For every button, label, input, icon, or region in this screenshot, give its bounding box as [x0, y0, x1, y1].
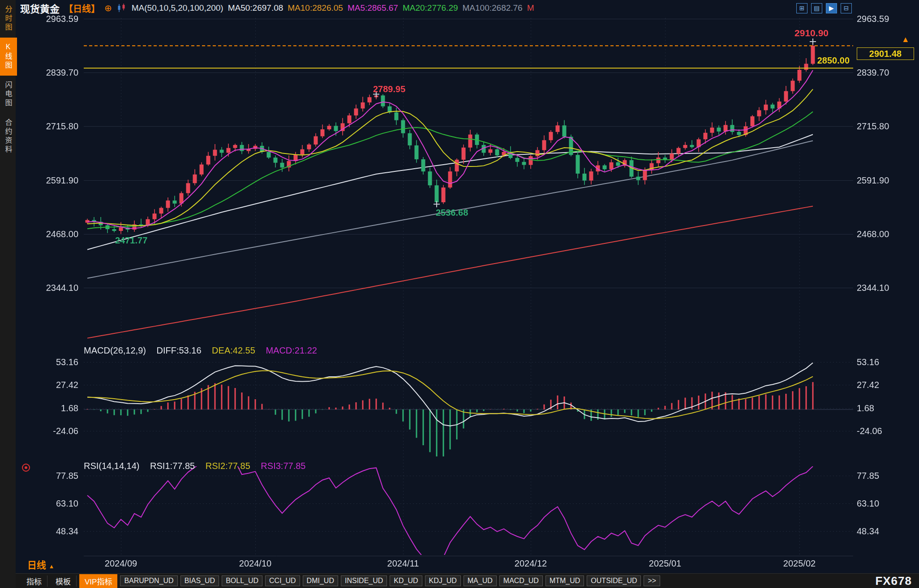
indicator-tab-dmi[interactable]: DMI_UD [303, 575, 338, 586]
layout-icons: ⊞ ▤ ▶ ⊟ [796, 3, 852, 13]
x-axis-month: 2024/11 [381, 558, 425, 569]
annotation-hline-price: 2850.00 [800, 55, 850, 66]
brand-watermark: FX678 [875, 574, 912, 588]
main-y-tick: 2839.70 [857, 68, 918, 77]
indicator-tab-mtm[interactable]: MTM_UD [545, 575, 584, 586]
chevron-up-icon: ▲ [49, 563, 55, 570]
ma100-value: MA100:2682.76 [463, 3, 523, 13]
more-tabs-button[interactable]: >> [644, 575, 660, 586]
symbol-title: 现货黄金 [20, 1, 60, 15]
macd-name: MACD(26,12,9) [84, 345, 146, 355]
macd-hist-value: MACD:21.22 [266, 345, 317, 355]
bottom-toolbar: 指标 模板 VIP指标 BARUPDN_UD BIAS_UD BOLL_UD C… [16, 573, 919, 588]
main-y-tick: 2963.59 [28, 14, 78, 24]
x-axis-month: 2025/01 [643, 558, 687, 569]
sidebar-tab-time-chart[interactable]: 分时图 [0, 0, 17, 38]
left-sidebar: 分时图 K线图 闪电图 合约资料 [0, 0, 16, 588]
panel-layout-icon[interactable]: ⊟ [841, 3, 852, 13]
main-y-tick: 2468.00 [857, 229, 918, 239]
rsi-name: RSI(14,14,14) [84, 461, 140, 471]
period-tag: 【日线】 [64, 2, 100, 15]
indicator-tab-cci[interactable]: CCI_UD [265, 575, 300, 586]
ma20-value: MA20:2776.29 [403, 3, 458, 13]
grid-layout-icon[interactable]: ⊞ [796, 3, 807, 13]
tab-vip-indicators[interactable]: VIP指标 [79, 574, 117, 588]
indicator-tab-ma[interactable]: MA_UD [464, 575, 497, 586]
trading-app: 分时图 K线图 闪电图 合约资料 现货黄金 【日线】 ⊕ MA(50,10,5,… [0, 0, 919, 588]
last-price-tag: 2901.48 [857, 47, 914, 60]
x-axis-month: 2025/02 [777, 558, 822, 569]
indicator-tab-barupdn[interactable]: BARUPDN_UD [120, 575, 177, 586]
ma5-value: MA5:2865.67 [348, 3, 398, 13]
main-y-tick: 2468.00 [28, 229, 78, 239]
main-y-tick: 2839.70 [28, 68, 78, 77]
macd-diff-value: DIFF:53.16 [157, 345, 202, 355]
macd-y-tick: 53.16 [857, 357, 918, 367]
macd-y-tick: 1.68 [28, 403, 78, 413]
timeframe-label: 日线 [27, 560, 46, 570]
timeframe-selector[interactable]: 日线 ▲ [27, 558, 55, 571]
price-up-arrow-icon: ▲ [902, 35, 910, 44]
tab-indicators[interactable]: 指标 [21, 575, 47, 587]
rsi1-value: RSI1:77.85 [150, 461, 195, 471]
macd-label-row: MACD(26,12,9) DIFF:53.16 DEA:42.55 MACD:… [84, 345, 325, 356]
r si-y-tick: 77.85 [28, 471, 78, 481]
ma10-value: MA10:2826.05 [288, 3, 343, 13]
macd-y-tick: -24.06 [28, 426, 78, 436]
play-icon[interactable]: ▶ [826, 3, 837, 13]
macd-y-tick: 1.68 [857, 403, 918, 413]
sidebar-tab-contract-info[interactable]: 合约资料 [0, 113, 17, 160]
annotation-early-low: 2471.77 [115, 235, 147, 246]
main-y-tick: 2715.80 [857, 121, 918, 131]
macd-y-tick: -24.06 [857, 426, 918, 436]
macd-y-tick: 53.16 [28, 357, 78, 367]
indicator-tab-inside[interactable]: INSIDE_UD [341, 575, 387, 586]
macd-y-tick: 27.42 [28, 380, 78, 390]
rsi-label-row: RSI(14,14,14) RSI1:77.85 RSI2:77.85 RSI3… [84, 461, 313, 471]
rsi-y-tick: 48.34 [28, 526, 78, 536]
x-axis-month: 2024/10 [233, 558, 278, 569]
annotation-top-high: 2910.90 [775, 28, 829, 38]
ma-group-label: MA(50,10,5,20,100,200) [132, 3, 223, 13]
price-chart-canvas[interactable] [16, 16, 919, 573]
macd-y-tick: 27.42 [857, 380, 918, 390]
chart-region: 2963.59 2839.70 2715.80 2591.90 2468.00 … [16, 16, 919, 573]
main-y-tick: 2715.80 [28, 121, 78, 131]
ma50-value: MA50:2697.08 [228, 3, 283, 13]
indicator-tab-boll[interactable]: BOLL_UD [222, 575, 262, 586]
x-axis-month: 2024/09 [99, 558, 143, 569]
chart-header: 现货黄金 【日线】 ⊕ MA(50,10,5,20,100,200) MA50:… [16, 0, 919, 16]
rsi-y-tick: 48.34 [857, 526, 918, 536]
add-overlay-icon[interactable]: ⊕ [104, 3, 112, 13]
sidebar-tab-kline-chart[interactable]: K线图 [0, 38, 17, 76]
rsi3-value: RSI3:77.85 [261, 461, 305, 471]
ma200-value-truncated: M [527, 3, 534, 13]
main-y-tick: 2344.10 [857, 283, 918, 293]
split-layout-icon[interactable]: ▤ [811, 3, 822, 13]
macd-dea-value: DEA:42.55 [212, 345, 255, 355]
rsi-y-tick: 77.85 [857, 471, 918, 481]
indicator-tab-bias[interactable]: BIAS_UD [180, 575, 219, 586]
x-axis-month: 2024/12 [508, 558, 553, 569]
main-y-tick: 2591.90 [28, 175, 78, 185]
indicator-tab-macd[interactable]: MACD_UD [499, 575, 543, 586]
sidebar-tab-lightning-chart[interactable]: 闪电图 [0, 76, 17, 113]
indicator-tab-kdj[interactable]: KDJ_UD [425, 575, 461, 586]
main-y-tick: 2963.59 [857, 14, 918, 24]
annotation-swing-low: 2536.68 [436, 208, 468, 218]
main-y-tick: 2344.10 [28, 283, 78, 293]
kline-icon [116, 3, 127, 13]
indicator-tab-outside[interactable]: OUTSIDE_UD [587, 575, 641, 586]
main-y-tick: 2591.90 [857, 175, 918, 185]
indicator-tab-kd[interactable]: KD_UD [390, 575, 422, 586]
tab-templates[interactable]: 模板 [50, 575, 77, 587]
rsi-y-tick: 63.10 [857, 499, 918, 508]
rsi2-value: RSI2:77.85 [206, 461, 250, 471]
rsi-y-tick: 63.10 [28, 499, 78, 508]
annotation-swing-high: 2789.95 [373, 84, 405, 94]
